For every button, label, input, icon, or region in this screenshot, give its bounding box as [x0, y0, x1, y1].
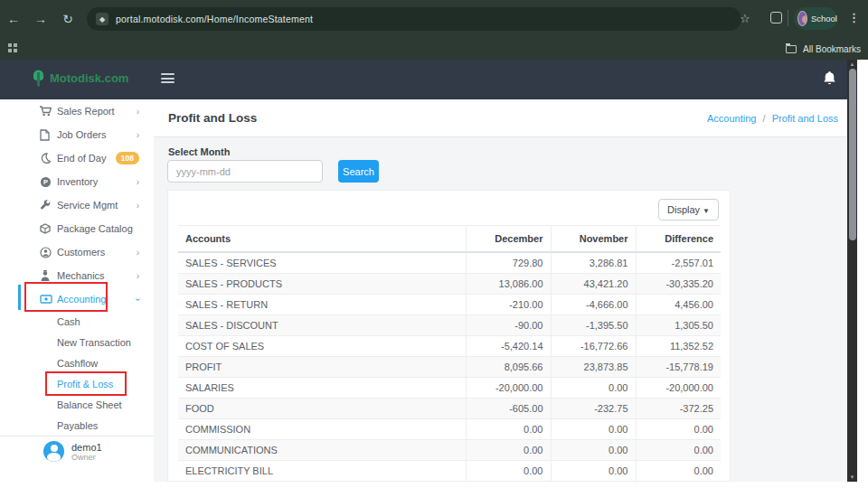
submenu-item-payables[interactable]: Payables [0, 415, 154, 436]
extensions-icon[interactable] [770, 12, 782, 23]
cell-account: PROFIT [178, 357, 466, 378]
breadcrumb-separator: / [763, 113, 766, 124]
sidebar-nav: Sales Report › Job Orders › End of Day 1… [0, 99, 154, 482]
user-role: Owner [71, 453, 102, 462]
end-of-day-count-badge: 108 [116, 152, 139, 164]
cell-account: ELECTRICITY BILL [178, 461, 466, 482]
submenu-item-new-transaction[interactable]: New Transaction [0, 332, 154, 352]
sidebar-label: Package Catalog [57, 223, 133, 234]
scroll-up-arrow[interactable]: ▲ [847, 61, 857, 67]
cell-difference: -20,000.00 [636, 378, 721, 399]
sidebar-item-accounting[interactable]: Accounting › [0, 287, 154, 311]
cell-account: COMMUNICATIONS [178, 440, 466, 461]
table-header-row: Accounts December November Difference [178, 226, 721, 253]
submenu-item-cashflow[interactable]: Cashflow [0, 352, 154, 373]
cell-difference: 0.00 [636, 419, 721, 440]
sidebar-item-customers[interactable]: Customers › [0, 240, 154, 264]
submenu-item-balance-sheet[interactable]: Balance Sheet [0, 394, 154, 415]
search-button[interactable]: Search [338, 160, 379, 183]
breadcrumb-accounting-link[interactable]: Accounting [707, 113, 756, 124]
app-logo[interactable]: Motodisk.com [33, 69, 128, 87]
cell-december: -605.00 [466, 399, 551, 419]
submenu-item-profit-loss[interactable]: Profit & Loss [0, 373, 154, 394]
table-row: SALES - DISCOUNT -90.00 -1,395.50 1,305.… [178, 315, 721, 336]
table-row: ELECTRICITY BILL 0.00 0.00 0.00 [178, 461, 721, 482]
submenu-item-cash[interactable]: Cash [0, 311, 154, 332]
back-icon[interactable]: ← [0, 12, 27, 26]
document-icon [40, 129, 52, 141]
cell-november: 0.00 [551, 378, 636, 399]
tab-groups-grid-icon[interactable] [8, 43, 18, 53]
cell-december: 0.00 [466, 419, 551, 440]
person-circle-icon [40, 247, 52, 258]
scroll-down-arrow[interactable]: ▼ [847, 474, 857, 480]
sidebar-item-mechanics[interactable]: Mechanics › [0, 264, 154, 287]
sidebar-label: Job Orders [57, 129, 106, 140]
table-row: SALES - PRODUCTS 13,086.00 43,421.20 -30… [178, 274, 721, 295]
browser-menu-icon[interactable]: ⋮ [848, 11, 860, 24]
banknote-icon [40, 295, 52, 304]
cell-november: -1,395.50 [551, 315, 636, 336]
cell-december: 0.00 [466, 461, 551, 482]
address-bar-row: ← → ↻ ◆ portal.motodisk.com/Home/IncomeS… [0, 0, 868, 38]
cell-difference: -372.25 [636, 399, 721, 419]
cell-december: 8,095.66 [466, 357, 551, 378]
chevron-right-icon: › [137, 248, 139, 258]
url-text[interactable]: portal.motodisk.com/Home/IncomeStatement [116, 14, 313, 24]
sidebar-label: Sales Report [57, 106, 115, 117]
chevron-right-icon: › [137, 130, 139, 140]
url-bar[interactable]: ◆ portal.motodisk.com/Home/IncomeStateme… [87, 7, 741, 31]
display-dropdown-button[interactable]: Display▼ [658, 199, 719, 221]
cell-account: SALES - SERVICES [178, 252, 466, 274]
cell-december: 13,086.00 [466, 274, 551, 295]
all-bookmarks-button[interactable]: All Bookmarks [786, 38, 861, 60]
logo-text: Motodisk.com [50, 71, 128, 85]
chevron-right-icon: › [137, 201, 139, 211]
bookmark-star-icon[interactable]: ☆ [740, 12, 750, 25]
app-header: Motodisk.com [0, 60, 847, 99]
cell-difference: -30,335.20 [636, 274, 721, 295]
chevron-right-icon: › [137, 271, 139, 281]
table-row: COST OF SALES -5,420.14 -16,772.66 11,35… [178, 336, 721, 357]
profile-name: School [811, 14, 837, 23]
cell-december: -20,000.00 [466, 378, 551, 399]
cell-november: 3,286.81 [551, 252, 636, 274]
user-avatar [43, 441, 64, 462]
svg-text:P: P [43, 178, 48, 186]
profit-loss-table: Accounts December November Difference SA… [178, 225, 721, 482]
forward-icon[interactable]: → [27, 12, 54, 26]
select-month-label: Select Month [168, 146, 230, 157]
user-name: demo1 [71, 442, 102, 453]
sidebar-label: Service Mgmt [57, 200, 118, 211]
package-icon [40, 223, 52, 234]
page-title: Profit and Loss [168, 111, 257, 125]
cell-november: -232.75 [551, 399, 636, 419]
profile-avatar [797, 11, 807, 26]
sidebar-item-end-of-day[interactable]: End of Day 108 [0, 146, 154, 170]
table-row: SALES - SERVICES 729.80 3,286.81 -2,557.… [178, 252, 721, 274]
refresh-icon[interactable]: ↻ [54, 12, 81, 26]
cell-account: SALARIES [178, 378, 466, 399]
sidebar-item-package-catalog[interactable]: Package Catalog [0, 217, 154, 240]
sidebar-item-sales-report[interactable]: Sales Report › [0, 99, 154, 123]
notifications-bell-icon[interactable] [823, 70, 836, 86]
user-profile[interactable]: demo1 Owner [43, 441, 102, 462]
month-date-input[interactable] [167, 160, 323, 183]
sidebar-item-inventory[interactable]: P Inventory › [0, 170, 154, 193]
table-row: PROFIT 8,095.66 23,873.85 -15,778.19 [178, 357, 721, 378]
cell-november: -16,772.66 [551, 336, 636, 357]
scrollbar-thumb[interactable] [849, 69, 856, 240]
sidebar-item-job-orders[interactable]: Job Orders › [0, 123, 154, 146]
column-accounts: Accounts [178, 226, 466, 253]
cell-difference: 1,305.50 [636, 315, 721, 336]
cell-account: SALES - DISCOUNT [178, 315, 466, 336]
browser-profile-button[interactable]: School [794, 7, 837, 30]
cell-november: 43,421.20 [551, 274, 636, 295]
hamburger-menu-icon[interactable] [161, 73, 175, 86]
vertical-scrollbar[interactable]: ▲ ▼ [847, 60, 857, 482]
column-november: November [551, 226, 636, 253]
sidebar-item-service-mgmt[interactable]: Service Mgmt › [0, 193, 154, 217]
breadcrumb-current-link[interactable]: Profit and Loss [772, 113, 838, 124]
cell-december: -90.00 [466, 315, 551, 336]
cart-icon [40, 106, 52, 117]
